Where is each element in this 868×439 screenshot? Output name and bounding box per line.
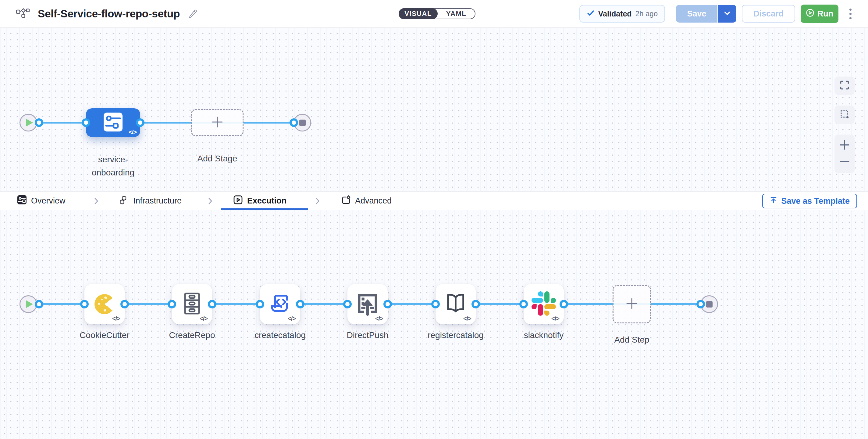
tab-advanced[interactable]: Advanced xyxy=(341,192,392,210)
zoom-out-icon[interactable] xyxy=(839,156,850,168)
step-createcatalog: </> createcatalog xyxy=(260,284,300,324)
step-in-port[interactable] xyxy=(80,300,89,309)
step-in-port[interactable] xyxy=(256,300,264,309)
stage-icon xyxy=(104,113,123,133)
validated-status-badge[interactable]: Validated 2h ago xyxy=(579,5,665,23)
step-out-port[interactable] xyxy=(208,300,216,309)
execution-start-node xyxy=(20,295,37,313)
plus-icon xyxy=(211,115,224,130)
stage-out-port[interactable] xyxy=(136,118,145,127)
add-step-button[interactable] xyxy=(613,285,651,323)
plus-icon xyxy=(625,297,639,312)
tab-advanced-label: Advanced xyxy=(355,196,392,206)
execution-end-node xyxy=(701,295,718,313)
step-label: DirectPush xyxy=(347,330,389,340)
visual-yaml-toggle: VISUAL YAML xyxy=(399,8,475,19)
start-out-port[interactable] xyxy=(35,300,43,309)
direct-push-icon xyxy=(355,291,380,317)
step-in-port[interactable] xyxy=(167,300,176,309)
step-code-badge: </> xyxy=(375,315,383,322)
run-label: Run xyxy=(817,9,833,19)
header-actions: Validated 2h ago Save Discard Run xyxy=(579,4,851,23)
step-cookiecutter: </> CookieCutter xyxy=(85,284,125,324)
step-card[interactable]: </> xyxy=(172,284,212,324)
pipeline-studio: Self-Service-flow-repo-setup VISUAL YAML… xyxy=(0,0,868,439)
stage-node-service-onboarding[interactable]: </> xyxy=(86,108,140,137)
chevron-right-icon xyxy=(314,197,321,207)
toggle-yaml[interactable]: YAML xyxy=(438,9,475,19)
save-as-template-button[interactable]: Save as Template xyxy=(762,194,857,208)
page-title: Self-Service-flow-repo-setup xyxy=(38,8,180,20)
code-catalog-icon xyxy=(268,291,292,317)
header-left: Self-Service-flow-repo-setup xyxy=(16,0,197,27)
stage-node-wrapper: </> service- onboarding xyxy=(86,108,140,137)
step-code-badge: </> xyxy=(199,315,208,322)
step-in-port[interactable] xyxy=(343,300,352,309)
stop-square-icon xyxy=(299,120,306,126)
canvas-zoom-panel xyxy=(835,135,855,173)
save-split-button: Save xyxy=(676,5,736,23)
open-book-icon xyxy=(443,291,468,317)
end-in-port[interactable] xyxy=(696,300,705,309)
cookiecutter-icon xyxy=(94,294,115,314)
stage-connector-line xyxy=(37,122,297,123)
toggle-visual[interactable]: VISUAL xyxy=(399,8,438,19)
step-slacknotify: </> slacknotify xyxy=(524,284,564,324)
step-card[interactable]: </> xyxy=(347,284,388,324)
execution-canvas[interactable]: </> CookieCutter </> CreateRepo xyxy=(0,210,868,439)
step-in-port[interactable] xyxy=(519,300,528,309)
tab-infrastructure[interactable]: Infrastructure xyxy=(120,192,182,210)
run-button[interactable]: Run xyxy=(801,5,838,23)
edit-pipeline-name-button[interactable] xyxy=(188,8,197,19)
step-registercatalog: </> registercatalog xyxy=(436,284,476,324)
stage-tab-bar: Overview Infrastructure Execution xyxy=(0,191,868,210)
step-label: CreateRepo xyxy=(169,330,215,340)
save-caret-icon xyxy=(724,11,731,17)
step-out-port[interactable] xyxy=(120,300,129,309)
step-out-port[interactable] xyxy=(296,300,305,309)
more-options-button[interactable] xyxy=(849,8,851,19)
stop-square-icon xyxy=(706,301,713,308)
stage-canvas[interactable]: </> service- onboarding Add Stage xyxy=(0,28,868,191)
canvas-fullscreen-button[interactable] xyxy=(835,77,855,95)
step-label: CookieCutter xyxy=(80,330,129,340)
step-out-port[interactable] xyxy=(560,300,568,309)
edit-icon xyxy=(188,8,197,19)
end-in-port[interactable] xyxy=(289,118,298,127)
stage-end-node xyxy=(293,114,311,131)
step-code-badge: </> xyxy=(463,315,471,322)
step-card[interactable]: </> xyxy=(436,284,476,324)
step-card[interactable]: </> xyxy=(524,284,564,324)
stage-in-port[interactable] xyxy=(82,118,90,127)
stage-start-node xyxy=(20,114,37,131)
chevron-right-icon xyxy=(93,197,99,207)
step-in-port[interactable] xyxy=(431,300,440,309)
marquee-select-icon xyxy=(840,109,849,120)
save-as-template-label: Save as Template xyxy=(781,197,850,206)
fullscreen-icon xyxy=(840,80,849,91)
add-stage-wrapper: Add Stage xyxy=(191,109,244,136)
tab-execution[interactable]: Execution xyxy=(234,192,286,210)
save-button[interactable]: Save xyxy=(676,5,718,23)
infrastructure-icon xyxy=(120,195,129,207)
step-code-badge: </> xyxy=(551,315,559,322)
zoom-in-icon[interactable] xyxy=(839,139,850,152)
step-card[interactable]: </> xyxy=(260,284,300,324)
pipeline-icon xyxy=(16,7,30,20)
save-options-button[interactable] xyxy=(718,5,736,23)
step-out-port[interactable] xyxy=(383,300,392,309)
active-tab-underline xyxy=(221,208,308,210)
start-play-icon xyxy=(26,300,33,308)
advanced-icon xyxy=(341,195,350,207)
stage-label: service- onboarding xyxy=(92,153,134,179)
start-out-port[interactable] xyxy=(35,118,43,127)
add-step-wrapper: Add Step xyxy=(613,285,651,323)
tab-overview[interactable]: Overview xyxy=(18,192,65,210)
upload-icon xyxy=(770,196,777,206)
step-out-port[interactable] xyxy=(471,300,480,309)
add-stage-button[interactable] xyxy=(191,109,244,136)
discard-button[interactable]: Discard xyxy=(742,5,795,23)
step-card[interactable]: </> xyxy=(85,284,125,324)
canvas-marquee-select-button[interactable] xyxy=(835,106,855,124)
run-play-icon xyxy=(806,8,814,19)
